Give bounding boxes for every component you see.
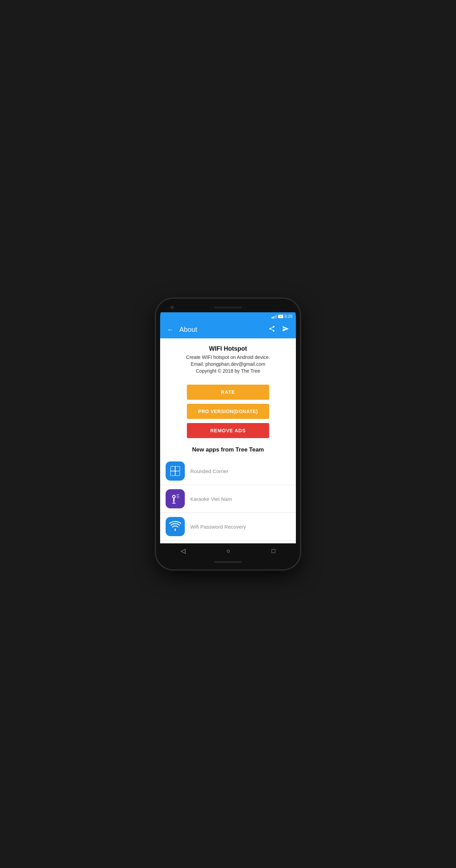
screen: ⚡ 8:26 ← About [160, 312, 296, 558]
phone-top-bar [160, 303, 296, 312]
nav-back-button[interactable]: ◁ [174, 544, 192, 557]
phone-bottom-bar [160, 558, 296, 565]
share-button[interactable] [266, 323, 278, 337]
app-icon-rounded-corner [166, 461, 185, 481]
app-name: WIFI Hotspot [167, 345, 289, 352]
svg-line-11 [177, 497, 179, 498]
nav-recent-button[interactable]: □ [265, 545, 282, 557]
list-item[interactable]: Wifi Password Recovery [160, 513, 296, 541]
new-apps-title: New apps from Tree Team [160, 444, 296, 457]
bottom-indicator [214, 562, 242, 563]
app-copyright: Copyright © 2018 by The Tree [167, 368, 289, 374]
rate-button[interactable]: RATE [187, 385, 269, 400]
svg-rect-3 [175, 471, 180, 476]
about-header: WIFI Hotspot Create WIFI hotspot on Andr… [160, 338, 296, 383]
camera [170, 306, 174, 309]
list-item[interactable]: Rounded Corner [160, 457, 296, 485]
svg-point-5 [173, 496, 175, 497]
back-button[interactable]: ← [164, 323, 177, 336]
app-bar-actions [266, 323, 292, 337]
battery-icon: ⚡ [278, 315, 283, 318]
speaker [214, 306, 242, 309]
phone-inner: ⚡ 8:26 ← About [160, 303, 296, 565]
pro-version-button[interactable]: PRO VERSION(DONATE) [187, 404, 269, 419]
send-icon [282, 325, 289, 332]
list-item[interactable]: Karaoke Viet Nam [160, 485, 296, 513]
svg-rect-2 [170, 471, 175, 476]
nav-home-button[interactable]: ○ [220, 545, 237, 557]
remove-ads-button[interactable]: REMOVE ADS [187, 423, 269, 438]
send-button[interactable] [279, 323, 292, 337]
svg-rect-1 [175, 466, 180, 471]
share-icon [268, 325, 275, 332]
app-item-label: Wifi Password Recovery [190, 524, 246, 530]
content-area: WIFI Hotspot Create WIFI hotspot on Andr… [160, 338, 296, 543]
app-icon-karaoke [166, 489, 185, 508]
app-email: Email: phongphan.dev@gmail.com [167, 361, 289, 367]
status-bar-icons: ⚡ 8:26 [272, 314, 292, 319]
svg-line-9 [177, 494, 179, 495]
svg-rect-6 [173, 498, 175, 502]
app-item-label: Karaoke Viet Nam [190, 496, 232, 502]
svg-point-12 [175, 530, 176, 531]
bottom-nav: ◁ ○ □ [160, 543, 296, 558]
app-bar: ← About [160, 321, 296, 338]
app-icon-wifi [166, 517, 185, 536]
app-item-label: Rounded Corner [190, 468, 228, 474]
app-bar-title: About [179, 326, 266, 334]
status-bar: ⚡ 8:26 [160, 312, 296, 321]
svg-rect-0 [170, 466, 175, 471]
app-description: Create WIFI hotspot on Android device. [167, 354, 289, 360]
apps-list: Rounded Corner [160, 457, 296, 541]
status-time: 8:26 [285, 314, 292, 319]
phone-frame: ⚡ 8:26 ← About [156, 299, 300, 569]
signal-icon [272, 315, 277, 318]
